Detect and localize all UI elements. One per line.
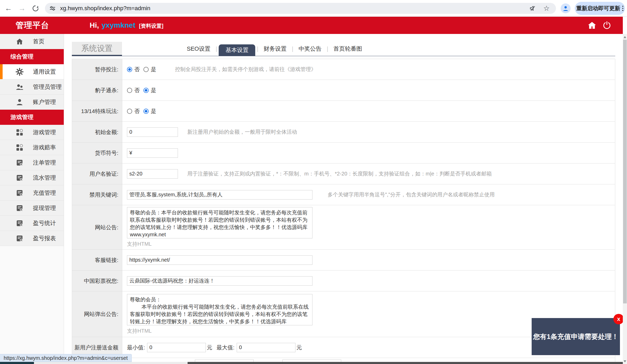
- users-icon: [15, 84, 24, 90]
- grid-icon: [15, 144, 24, 151]
- sidebar-item-profit-stats[interactable]: 盈亏统计: [0, 216, 64, 231]
- form-row-pause-betting: 暂停投注: 否 是 控制全局投注开关，如需关停个别游戏，请前往《游戏管理》: [72, 59, 615, 80]
- grid-icon: [15, 129, 24, 136]
- signup-bonus-min-input[interactable]: [147, 343, 206, 352]
- report-icon: [15, 174, 24, 181]
- report-icon: [15, 190, 24, 196]
- sidebar-item-transactions[interactable]: 流水管理: [0, 170, 64, 185]
- banned-keywords-input[interactable]: [127, 190, 312, 199]
- home-icon[interactable]: [588, 21, 596, 29]
- form-row-service-link: 客服链接:: [72, 250, 615, 271]
- form-row-banned-keywords: 禁用关键词: 多个关键字用用半角逗号","分开，包含关键词的用户名或者昵称禁止使…: [72, 184, 615, 205]
- bottom-strip-middle: [34, 362, 188, 364]
- report-icon: [15, 159, 24, 166]
- tab-seo-settings[interactable]: SEO设置: [182, 45, 216, 53]
- tab-winning-notice[interactable]: 中奖公告: [293, 45, 327, 53]
- form-row-currency-symbol: 货币符号:: [72, 143, 615, 163]
- pause-betting-no-radio[interactable]: [127, 67, 132, 72]
- banned-keywords-hint: 多个关键字用用半角逗号","分开，包含关键词的用户名或者昵称禁止使用: [328, 191, 495, 198]
- report-icon: [15, 235, 24, 242]
- notification-close-button[interactable]: x: [613, 314, 624, 324]
- sidebar-item-account-management[interactable]: 账户管理: [0, 95, 64, 110]
- address-bar[interactable]: xg.hwym.shop/index.php?m=admin ☆: [45, 3, 556, 14]
- bookmark-star-icon[interactable]: ☆: [543, 4, 550, 13]
- back-icon[interactable]: ←: [3, 3, 14, 14]
- report-icon: [15, 220, 24, 227]
- tab-basic-settings[interactable]: 基本设置: [219, 44, 255, 56]
- browser-update-button[interactable]: 重新启动即可更新: [575, 2, 625, 15]
- sidebar-item-game-odds[interactable]: 游戏赔率: [0, 140, 64, 155]
- form-row-username-validation: 用户名验证: 用于注册验证，支持正则或内置验证，*：不限制、m：手机号、*2-2…: [72, 163, 615, 184]
- bottom-strip-left: [0, 362, 34, 364]
- html-supported-note: 支持HTML: [127, 327, 312, 334]
- mute-icon[interactable]: [529, 5, 537, 12]
- scrollbar-thumb[interactable]: [623, 40, 627, 303]
- sidebar-item-game-management[interactable]: 游戏管理: [0, 125, 64, 140]
- initial-amount-hint: 新注册用户初始的金额，一般用于限时全体活动: [187, 128, 297, 136]
- lottery-wish-input[interactable]: [127, 276, 312, 286]
- form-row-site-announcement: 网站公告: 尊敬的会员：本平台的收款银行账号可能随时发生变化，请您务必每次充值前…: [72, 205, 615, 250]
- status-link-tooltip: https://xg.hwym.shop/index.php?m=admin&c…: [0, 354, 132, 362]
- signup-bonus-max-input[interactable]: [237, 343, 295, 352]
- currency-symbol-input[interactable]: [127, 148, 178, 158]
- sidebar-item-general-settings[interactable]: 通用设置: [0, 64, 64, 79]
- power-icon[interactable]: [603, 21, 611, 30]
- initial-amount-input[interactable]: [127, 127, 178, 137]
- sidebar-section-games: 游戏管理: [0, 110, 64, 125]
- sidebar-item-home[interactable]: 首页: [0, 34, 64, 49]
- sidebar-section-general: 综合管理: [0, 49, 64, 64]
- browser-toolbar: ← → xg.hwym.shop/index.php?m=admin ☆ 重新启…: [0, 0, 627, 17]
- username-validation-hint: 用于注册验证，支持正则或内置验证，*：不限制、m：手机号、*2-20：长度限制，…: [187, 170, 492, 177]
- tabs-underline: [72, 56, 615, 56]
- app-header: 管理平台 Hi, yxymknet [资料设置]: [0, 17, 623, 34]
- bottom-strip-right: [188, 362, 627, 364]
- special-play-yes-radio[interactable]: [143, 109, 149, 114]
- site-settings-icon[interactable]: [49, 5, 56, 12]
- tab-home-carousel[interactable]: 首页轮番图: [328, 45, 367, 53]
- form-row-special-play: 13/14特殊玩法: 否 是: [72, 101, 615, 122]
- sidebar: 首页 综合管理 通用设置 管理员管理 账户管理 游戏管理 游戏管理 游戏赔: [0, 34, 64, 364]
- form-row-leopard-kill: 豹子通杀: 否 是: [72, 80, 615, 101]
- app-brand: 管理平台: [16, 20, 49, 31]
- browser-menu-icon[interactable]: [622, 6, 623, 11]
- user-icon: [15, 99, 24, 105]
- vertical-scrollbar[interactable]: [623, 34, 627, 364]
- leopard-kill-yes-radio[interactable]: [143, 88, 149, 93]
- scroll-up-arrow-icon[interactable]: [624, 36, 626, 38]
- form-row-lottery-wish: 中国彩票祝您:: [72, 271, 615, 291]
- pause-betting-hint: 控制全局投注开关，如需关停个别游戏，请前往《游戏管理》: [175, 66, 316, 73]
- browser-profile-avatar[interactable]: [561, 3, 571, 13]
- notification-text: 您有1条充值申请需要处理！: [533, 332, 618, 341]
- pause-betting-yes-radio[interactable]: [143, 67, 149, 72]
- reload-icon[interactable]: [30, 3, 41, 14]
- screen: ← → xg.hwym.shop/index.php?m=admin ☆ 重新启…: [0, 0, 627, 364]
- sidebar-item-profit-report[interactable]: 盈亏报表: [0, 231, 64, 246]
- greeting-prefix: Hi,: [90, 21, 99, 30]
- recharge-notification[interactable]: 您有1条充值申请需要处理！: [532, 318, 620, 355]
- sidebar-item-bet-orders[interactable]: 注单管理: [0, 155, 64, 170]
- greeting-username[interactable]: yxymknet: [102, 21, 135, 30]
- profile-settings-link[interactable]: [资料设置]: [139, 22, 163, 30]
- username-validation-input[interactable]: [127, 169, 178, 179]
- forward-icon[interactable]: →: [17, 3, 27, 14]
- tab-finance-settings[interactable]: 财务设置: [258, 45, 292, 53]
- leopard-kill-no-radio[interactable]: [127, 88, 132, 93]
- browser-update-label: 重新启动即可更新: [576, 5, 620, 12]
- form-row-initial-amount: 初始金额: 新注册用户初始的金额，一般用于限时全体活动: [72, 122, 615, 143]
- url-text: xg.hwym.shop/index.php?m=admin: [60, 5, 150, 12]
- sidebar-item-recharge[interactable]: 充值管理: [0, 185, 64, 201]
- html-supported-note: 支持HTML: [127, 240, 312, 248]
- scroll-down-arrow-icon[interactable]: [624, 360, 626, 362]
- sidebar-item-admin-management[interactable]: 管理员管理: [0, 79, 64, 95]
- page-title: 系统设置: [72, 42, 122, 55]
- special-play-no-radio[interactable]: [127, 109, 132, 114]
- gear-icon: [15, 68, 24, 76]
- popup-announcement-textarea[interactable]: 尊敬的会员： 本平台的收款银行账号可能随时发生变化，请您务必每次充值前联系在线客…: [127, 294, 312, 325]
- home-icon: [15, 38, 24, 45]
- tab-zone: 系统设置 SEO设置 | 基本设置 | 财务设置 | 中奖公告 | 首页轮番图: [72, 42, 615, 56]
- sidebar-item-withdrawal[interactable]: 提现管理: [0, 201, 64, 216]
- site-announcement-textarea[interactable]: 尊敬的会员：本平台的收款银行账号可能随时发生变化，请您务必每次充值前联系在线客服…: [127, 207, 312, 238]
- service-link-input[interactable]: [127, 255, 312, 265]
- report-icon: [15, 205, 24, 212]
